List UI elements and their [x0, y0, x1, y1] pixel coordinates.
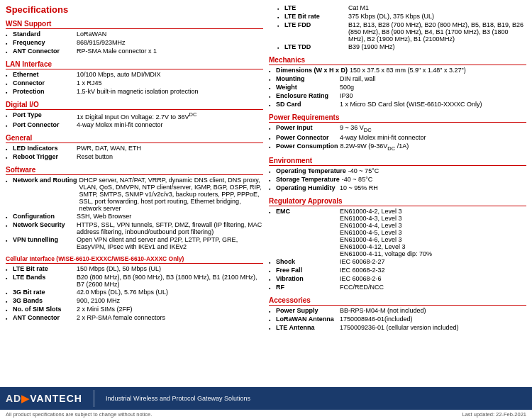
section-title-accessories: Accessories	[269, 296, 526, 306]
bullet-icon	[269, 208, 275, 216]
list-item: LTE Bit rate 150 Mbps (DL), 50 Mbps (UL)	[6, 265, 263, 273]
bullet-icon	[277, 44, 283, 51]
bullet-icon	[6, 72, 11, 79]
bullet-icon	[277, 13, 283, 21]
spec-value: 1.5-kV built-in magnetic isolation prote…	[77, 88, 263, 95]
spec-label: LTE Bands	[13, 274, 77, 281]
bullet-icon	[6, 80, 11, 87]
list-item: LoRaWAN Antenna 1750008946-01(included)	[269, 315, 526, 323]
list-item: Reboot Trigger Reset button	[6, 153, 263, 161]
spec-value: IEC 60068-2-6	[340, 275, 526, 282]
emc-values: EN61000-4-2, Level 3 EN61000-4-3, Level …	[340, 208, 526, 257]
spec-label: ANT Connector	[13, 48, 77, 55]
emc-value: EN61000-4-6, Level 3	[340, 236, 526, 243]
list-item: LTE FDD B12, B13, B28 (700 MHz), B20 (80…	[277, 21, 526, 43]
list-item: Connector 1 x RJ45	[6, 79, 263, 87]
spec-label: Mounting	[276, 75, 340, 82]
emc-value: EN61000-4-5, Level 3	[340, 229, 526, 236]
list-item: LTE Bit rate 375 Kbps (DL), 375 Kbps (UL…	[277, 13, 526, 21]
section-digital: Digital I/O Port Type 1x Digital Input O…	[6, 101, 263, 129]
footer-tagline: Industrial Wireless and Protocol Gateway…	[106, 395, 250, 402]
list-item: Port Connector 4-way Molex mini-fit conn…	[6, 121, 263, 129]
bullet-icon	[269, 325, 275, 332]
bullet-icon	[6, 222, 11, 229]
bullet-icon	[269, 84, 275, 91]
spec-value: IEC 60068-2-32	[340, 267, 526, 274]
spec-value: B39 (1900 MHz)	[348, 43, 526, 50]
spec-label: No. of SIM Slots	[13, 306, 77, 313]
list-item: Free Fall IEC 60068-2-32	[269, 267, 526, 274]
spec-label: Power Supply	[276, 307, 340, 314]
list-item: Power Input 9 ~ 36 VDC	[269, 124, 526, 133]
list-item: Storage Temperature -40 ~ 85°C	[269, 176, 526, 184]
spec-label: Power Input	[276, 124, 340, 131]
spec-value: 375 Kbps (DL), 375 Kbps (UL)	[348, 13, 526, 20]
right-column: LTE Cat M1 LTE Bit rate 375 Kbps (DL), 3…	[269, 4, 526, 384]
bullet-icon	[6, 31, 11, 38]
bullet-icon	[269, 143, 275, 150]
bullet-icon	[6, 213, 11, 220]
spec-label: Reboot Trigger	[13, 153, 77, 160]
spec-label: Free Fall	[276, 267, 340, 274]
section-title-lan: LAN Interface	[6, 60, 263, 69]
list-item: Standard LoRaWAN	[6, 30, 263, 38]
list-item: 3G Bit rate 42.0 Mbps (DL), 5.76 Mbps (U…	[6, 289, 263, 296]
page-title: Specifications	[6, 4, 263, 15]
section-accessories: Accessories Power Supply BB-RPS-M04-M (n…	[269, 296, 526, 332]
section-title-software: Software	[6, 166, 263, 175]
section-title-mechanics: Mechanics	[269, 56, 526, 65]
disclaimer-text: All product specifications are subject t…	[6, 411, 152, 418]
spec-label: Ethernet	[13, 71, 77, 78]
spec-value: Cat M1	[348, 4, 526, 11]
bullet-icon	[269, 67, 275, 74]
spec-value: 2 x Mini SIMs (2FF)	[77, 306, 263, 313]
bullet-icon	[269, 185, 275, 192]
list-item: Operating Temperature -40 ~ 75°C	[269, 167, 526, 175]
list-item: LED Indicators PWR, DAT, WAN, ETH	[6, 145, 263, 152]
bullet-icon	[6, 266, 11, 273]
last-updated: Last updated: 22-Feb-2021	[462, 411, 526, 418]
spec-value: IP30	[340, 92, 526, 99]
list-item: SD Card 1 x Micro SD Card Slot (WISE-661…	[269, 101, 526, 108]
section-mechanics: Mechanics Dimensions (W x H x D) 150 x 3…	[269, 56, 526, 108]
list-item: 3G Bands 900, 2100 MHz	[6, 297, 263, 305]
emc-value: EN61000-4-11, voltage dip: 70%	[340, 250, 526, 257]
spec-label: Shock	[276, 258, 340, 265]
spec-label: Network Security	[13, 221, 77, 228]
spec-label: Frequency	[13, 39, 77, 46]
section-software: Software Network and Routing DHCP server…	[6, 166, 263, 250]
list-item: Power Connector 4-way Molex mini-fit con…	[269, 134, 526, 142]
spec-value: LoRaWAN	[77, 30, 263, 38]
list-item: Protection 1.5-kV built-in magnetic isol…	[6, 88, 263, 96]
emc-item: EMC EN61000-4-2, Level 3 EN61000-4-3, Le…	[269, 208, 526, 257]
bullet-icon	[269, 259, 275, 266]
bullet-icon	[6, 112, 11, 119]
spec-value: 2 x RP-SMA female connectors	[77, 314, 263, 321]
bullet-icon	[6, 177, 11, 184]
footer-bottom: All product specifications are subject t…	[0, 410, 532, 419]
spec-label: Network and Routing	[13, 177, 79, 184]
spec-value: SSH, Web Browser	[77, 213, 263, 220]
spec-value: B20 (800 MHz), B8 (900 MHz), B3 (1800 MH…	[77, 274, 263, 288]
bullet-icon	[6, 48, 11, 55]
emc-value: EN61000-4-3, Level 3	[340, 215, 526, 222]
spec-value: PWR, DAT, WAN, ETH	[77, 145, 263, 152]
bullet-icon	[6, 289, 11, 296]
list-item: Operating Humidity 10 ~ 95% RH	[269, 184, 526, 192]
emc-value: EN61000-4-4, Level 3	[340, 222, 526, 229]
spec-label: Standard	[13, 30, 77, 38]
list-item: Power Consumption 8.2W-9W (9-36VDC /1A)	[269, 143, 526, 152]
spec-value: RP-SMA Male connector x 1	[77, 48, 263, 55]
list-item: No. of SIM Slots 2 x Mini SIMs (2FF)	[6, 306, 263, 313]
bullet-icon	[269, 284, 275, 291]
section-cellular: Cellular Interface (WISE-6610-EXXXC/WISE…	[6, 255, 263, 322]
list-item: LTE Bands B20 (800 MHz), B8 (900 MHz), B…	[6, 274, 263, 288]
logo-rest: VANTECH	[30, 393, 82, 404]
spec-label: Enclosure Rating	[276, 92, 340, 99]
section-power: Power Requirements Power Input 9 ~ 36 VD…	[269, 113, 526, 152]
bullet-icon	[6, 306, 11, 313]
spec-value: -40 ~ 75°C	[348, 167, 526, 174]
section-general: General LED Indicators PWR, DAT, WAN, ET…	[6, 134, 263, 161]
section-title-wsn: WSN Support	[6, 20, 263, 29]
spec-label: Connector	[13, 79, 77, 86]
